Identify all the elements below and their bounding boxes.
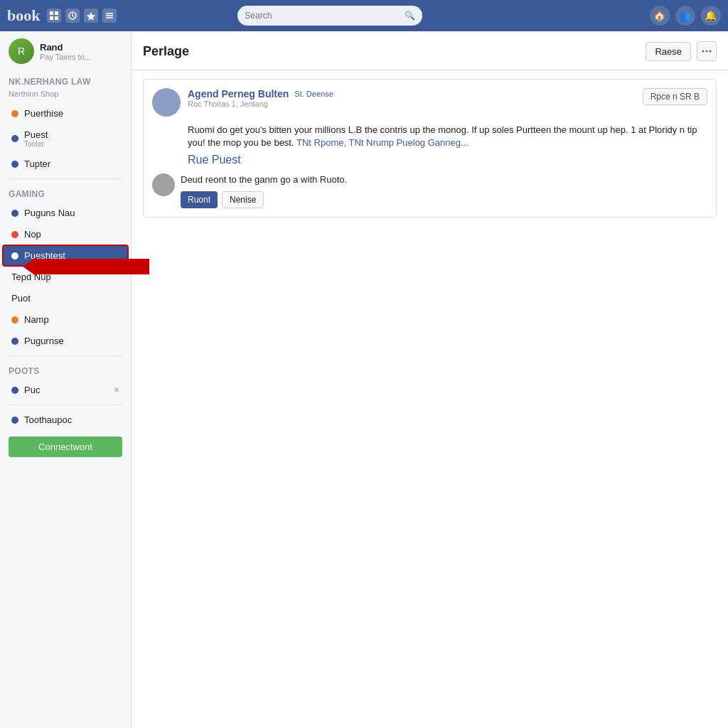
nav-icon-4[interactable] — [102, 9, 117, 23]
nav-notifications-icon[interactable]: 🔔 — [701, 6, 721, 26]
nav-icon-2[interactable] — [65, 9, 80, 23]
post-card: Agend Perneg Bulten St. Deense Roc Thoit… — [143, 79, 717, 218]
sidebar-divider-2 — [9, 355, 122, 356]
sidebar-item-label: Toothaupoc — [24, 414, 72, 425]
post-action-button[interactable]: Rpce n SR B — [643, 88, 707, 105]
sidebar-dot — [11, 210, 18, 217]
post-author-sub: St. Deense — [294, 90, 333, 98]
sidebar-section2-label: Gaming — [0, 183, 131, 202]
post-body: Ruomi do get you's bitten your millions … — [188, 124, 707, 166]
comment-actions: Ruont Nenise — [181, 191, 707, 208]
create-button[interactable]: Connectwont — [9, 437, 122, 457]
facebook-logo: book — [7, 6, 40, 25]
top-nav: book 🔍 🏠 👥 🔔 — [0, 0, 728, 31]
sidebar-user[interactable]: R Rand Pay Taxes to... — [0, 31, 131, 71]
svg-rect-3 — [55, 16, 58, 20]
sidebar-item-sublabel: Tooter — [24, 140, 48, 148]
sidebar-dot — [11, 338, 18, 345]
sidebar-item-namp[interactable]: Namp — [3, 309, 128, 330]
comment-row: Deud reont to the ganm go a with Ruoto. … — [152, 173, 707, 208]
nav-friends-icon[interactable]: 👥 — [675, 6, 695, 26]
sidebar-dot — [11, 252, 18, 259]
search-icon: 🔍 — [405, 11, 415, 21]
svg-rect-2 — [50, 16, 53, 20]
sidebar: R Rand Pay Taxes to... Nk.Nerhang LAW Ne… — [0, 31, 132, 728]
svg-line-6 — [73, 16, 74, 17]
sidebar-facebook-link[interactable]: Toothaupoc — [3, 410, 128, 430]
sidebar-item-label: Tupter — [24, 159, 50, 169]
sidebar-divider-1 — [9, 178, 122, 179]
sidebar-dot — [11, 417, 18, 424]
post-link[interactable]: TNt Rpome, TNt Nrump Puelog Ganneg... — [296, 137, 469, 148]
nav-icon-1[interactable] — [47, 9, 61, 23]
sidebar-section1-sub: Nerthinn Shop — [0, 90, 131, 102]
sidebar-item-label: Puerthise — [24, 108, 63, 119]
chevron-icon: ✕ — [114, 386, 119, 394]
page-header: Perlage Raese — [132, 31, 728, 70]
header-menu-icon[interactable] — [697, 41, 717, 61]
avatar: R — [9, 38, 34, 64]
sidebar-item-tupter[interactable]: Tupter — [3, 154, 128, 174]
search-bar[interactable]: 🔍 — [237, 6, 422, 26]
sidebar-item-nop[interactable]: Nop — [3, 224, 128, 245]
comment-btn-1[interactable]: Ruont — [181, 191, 218, 208]
post-author-info: Agend Perneg Bulten St. Deense Roc Thoit… — [152, 88, 333, 117]
post-text: Ruomi do get you's bitten your millions … — [188, 124, 707, 149]
sidebar-item-label: Puguns Nau — [24, 208, 75, 218]
sidebar-dot — [11, 135, 18, 142]
sidebar-user-subtitle: Pay Taxes to... — [40, 53, 91, 61]
comment-btn-2[interactable]: Nenise — [222, 191, 264, 208]
layout: R Rand Pay Taxes to... Nk.Nerhang LAW Ne… — [0, 31, 728, 728]
nav-icons — [47, 9, 117, 23]
sidebar-item-label: Nop — [24, 229, 41, 240]
nav-home-icon[interactable]: 🏠 — [650, 6, 670, 26]
sidebar-item-label: Tepd Nup — [11, 272, 51, 282]
active-highlight-box — [2, 245, 129, 267]
sidebar-item-puerthise[interactable]: Puerthise — [3, 103, 128, 124]
sidebar-item-label: Pugurnse — [24, 336, 64, 346]
sidebar-dot — [11, 316, 18, 323]
sidebar-username: Rand — [40, 42, 91, 53]
sidebar-item-puest[interactable]: Puest Tooter — [3, 124, 128, 153]
sidebar-section3-label: Poots — [0, 360, 131, 379]
sidebar-dot — [11, 161, 18, 168]
sidebar-item-puc[interactable]: Puc ✕ — [3, 380, 128, 400]
sidebar-item-pueshtest[interactable]: Pueshtest — [3, 245, 128, 266]
page-title: Perlage — [143, 44, 189, 59]
sidebar-item-pugurnse[interactable]: Pugurnse — [3, 331, 128, 351]
nav-right: 🏠 👥 🔔 — [650, 6, 721, 26]
svg-point-12 — [710, 50, 712, 53]
sidebar-item-label: Puest — [24, 129, 48, 140]
comment-avatar — [152, 173, 175, 196]
svg-point-11 — [706, 50, 708, 53]
comment-content: Deud reont to the ganm go a with Ruoto. … — [181, 173, 707, 208]
svg-rect-1 — [55, 11, 58, 15]
post-author-name[interactable]: Agend Perneg Bulten — [188, 88, 289, 100]
sidebar-item-label: Namp — [24, 314, 49, 325]
sidebar-item-tepd[interactable]: Tepd Nup — [3, 267, 128, 287]
sidebar-item-label: Puc — [24, 385, 40, 395]
sidebar-dot — [11, 110, 18, 117]
svg-rect-0 — [50, 11, 53, 15]
post-avatar — [152, 88, 181, 117]
post-timestamp: Roc Thoitas 1, Jentang — [188, 100, 333, 108]
sidebar-dot — [11, 387, 18, 394]
svg-point-10 — [702, 50, 705, 53]
sidebar-dot — [11, 231, 18, 238]
post-header: Agend Perneg Bulten St. Deense Roc Thoit… — [152, 88, 707, 117]
sidebar-item-puguns[interactable]: Puguns Nau — [3, 203, 128, 223]
posts-area: Agend Perneg Bulten St. Deense Roc Thoit… — [132, 70, 728, 235]
comment-text: Deud reont to the ganm go a with Ruoto. — [181, 173, 707, 186]
sidebar-section1-label: Nk.Nerhang LAW — [0, 71, 131, 90]
sidebar-item-label: Puot — [11, 293, 31, 304]
main-content: Perlage Raese Agend Perneg Bulten — [132, 31, 728, 728]
header-raese-button[interactable]: Raese — [646, 42, 691, 61]
search-input[interactable] — [245, 11, 405, 21]
page-header-right: Raese — [646, 41, 717, 61]
read-more-link[interactable]: Rue Puest — [188, 154, 241, 166]
sidebar-item-puot[interactable]: Puot — [3, 288, 128, 309]
sidebar-item-label: Pueshtest — [24, 250, 65, 261]
nav-icon-3[interactable] — [84, 9, 98, 23]
sidebar-divider-3 — [9, 405, 122, 405]
